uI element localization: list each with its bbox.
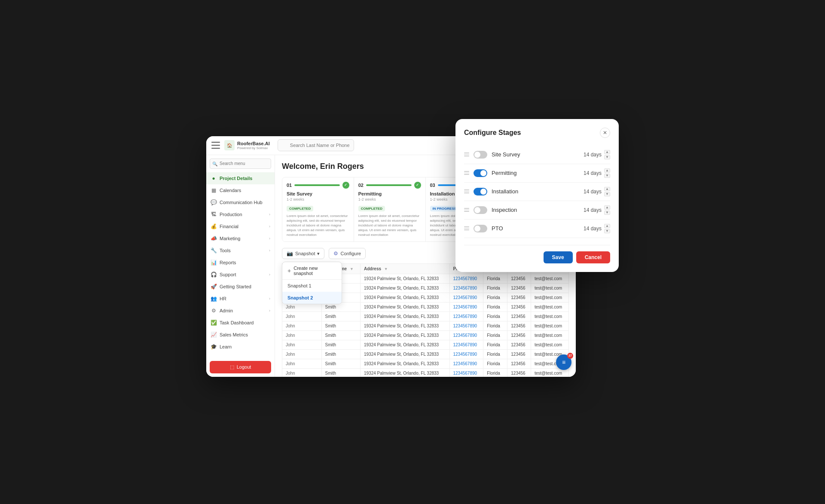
hamburger-icon[interactable] — [211, 142, 220, 149]
drag-handle-installation[interactable] — [464, 189, 469, 193]
drag-handle-site-survey[interactable] — [464, 153, 469, 156]
sidebar-item-reports[interactable]: 📊 Reports — [206, 257, 275, 269]
configure-button[interactable]: ⚙ Configure — [329, 248, 366, 259]
cell-last: Smith — [321, 359, 360, 369]
cell-phone: 1234567890 — [449, 369, 483, 377]
sidebar-item-financial[interactable]: 💰 Financial › — [206, 220, 275, 232]
stage-num-2: 02 — [358, 183, 364, 188]
days-up-permitting[interactable]: ▲ — [604, 168, 610, 173]
sidebar-item-production[interactable]: 🏗 Production › — [206, 208, 275, 220]
days-down-installation[interactable]: ▼ — [604, 192, 610, 196]
phone-link[interactable]: 1234567890 — [453, 333, 477, 338]
sidebar-item-communication-hub[interactable]: 💬 Communication Hub — [206, 196, 275, 208]
sales-metrics-icon: 📈 — [211, 332, 217, 338]
phone-link[interactable]: 1234567890 — [453, 324, 477, 328]
sidebar-item-learn[interactable]: 🎓 Learn — [206, 341, 275, 353]
snapshot-2-item[interactable]: Snapshot 2 — [282, 292, 342, 304]
cell-zip: 123456 — [507, 350, 531, 359]
cell-city: Florida — [483, 350, 507, 359]
cell-zip: 123456 — [507, 359, 531, 369]
financial-icon: 💰 — [211, 223, 217, 229]
sidebar-item-task-dashboard[interactable]: ✅ Task Dashboard — [206, 317, 275, 329]
sidebar-label-production: Production — [220, 212, 242, 217]
last-name-filter[interactable]: ▼ — [350, 267, 354, 271]
phone-link[interactable]: 1234567890 — [453, 314, 477, 319]
sidebar-item-project-details[interactable]: ● Project Details — [206, 172, 275, 184]
snapshot-1-label: Snapshot 1 — [287, 283, 312, 288]
getting-started-icon: 🚀 — [211, 284, 217, 290]
drag-handle-inspection[interactable] — [464, 208, 469, 212]
phone-link[interactable]: 1234567890 — [453, 295, 477, 300]
address-filter[interactable]: ▼ — [384, 267, 388, 271]
phone-link[interactable]: 1234567890 — [453, 286, 477, 290]
cell-email: test@test.com — [531, 293, 568, 302]
days-up-inspection[interactable]: ▲ — [604, 205, 610, 210]
communication-hub-icon: 💬 — [211, 199, 217, 205]
logout-label: Logout — [237, 364, 251, 370]
logout-button[interactable]: ⬚ Logout — [210, 361, 271, 373]
project-details-icon: ● — [211, 175, 217, 181]
toggle-inspection[interactable] — [474, 206, 487, 214]
table-row: John Smith 19324 Palmview St, Orlando, F… — [282, 331, 569, 340]
stage-badge-2: COMPLETED — [358, 206, 385, 211]
days-control-site-survey: 14 days ▲ ▼ — [584, 150, 610, 159]
sidebar-item-marketing[interactable]: 📣 Marketing › — [206, 232, 275, 244]
snapshot-button[interactable]: 📷 Snapshot ▾ — [282, 248, 324, 259]
modal-close-button[interactable]: ✕ — [600, 128, 610, 138]
phone-link[interactable]: 1234567890 — [453, 361, 477, 366]
phone-link[interactable]: 1234567890 — [453, 276, 477, 281]
sidebar-item-calendars[interactable]: ▦ Calendars — [206, 184, 275, 196]
drag-handle-pto[interactable] — [464, 226, 469, 230]
cell-city: Florida — [483, 293, 507, 302]
days-up-site-survey[interactable]: ▲ — [604, 150, 610, 154]
toggle-permitting[interactable] — [474, 169, 487, 177]
sidebar-item-support[interactable]: 🎧 Support › — [206, 269, 275, 281]
snapshot-icon: 📷 — [287, 250, 293, 257]
toggle-site-survey[interactable] — [474, 151, 487, 159]
sidebar-search-input[interactable] — [210, 159, 271, 169]
cell-city: Florida — [483, 312, 507, 321]
days-down-permitting[interactable]: ▼ — [604, 174, 610, 178]
tools-icon: 🔧 — [211, 247, 217, 254]
hr-chevron: › — [269, 296, 270, 301]
sidebar-item-tools[interactable]: 🔧 Tools › — [206, 244, 275, 257]
stage-config-permitting: Permitting 14 days ▲ ▼ — [464, 164, 610, 183]
hr-icon: 👥 — [211, 296, 217, 302]
phone-link[interactable]: 1234567890 — [453, 352, 477, 357]
snapshot-1-item[interactable]: Snapshot 1 — [282, 280, 342, 292]
phone-link[interactable]: 1234567890 — [453, 342, 477, 347]
search-input[interactable] — [278, 139, 354, 151]
days-value-pto: 14 days — [584, 226, 602, 232]
days-down-inspection[interactable]: ▼ — [604, 211, 610, 215]
modal-title: Configure Stages — [464, 129, 521, 137]
days-up-pto[interactable]: ▲ — [604, 224, 610, 228]
modal-save-button[interactable]: Save — [544, 251, 573, 263]
cell-phone: 1234567890 — [449, 350, 483, 359]
sidebar-item-getting-started[interactable]: 🚀 Getting Started — [206, 281, 275, 293]
sidebar-item-admin[interactable]: ⚙ Admin › — [206, 305, 275, 317]
cell-first: John — [282, 331, 322, 340]
phone-link[interactable]: 1234567890 — [453, 305, 477, 309]
admin-icon: ⚙ — [211, 308, 217, 314]
sidebar-bottom: ⬚ Logout — [206, 357, 275, 377]
modal-cancel-button[interactable]: Cancel — [576, 251, 610, 263]
stage-text-2: Lorem ipsum dolor sit amet, consectetur … — [358, 214, 421, 238]
cell-address: 19324 Palmview St, Orlando, FL 32833 — [360, 369, 449, 377]
drag-handle-permitting[interactable] — [464, 171, 469, 175]
cell-phone: 1234567890 — [449, 359, 483, 369]
create-new-snapshot[interactable]: + Create new snapshot — [282, 262, 342, 280]
modal-footer: Save Cancel — [464, 245, 610, 263]
sidebar-item-hr[interactable]: 👥 HR › — [206, 293, 275, 305]
days-value-site-survey: 14 days — [584, 152, 602, 158]
chat-fab[interactable]: ≡ 37 — [556, 354, 571, 370]
phone-link[interactable]: 1234567890 — [453, 371, 477, 376]
days-down-pto[interactable]: ▼ — [604, 229, 610, 233]
stage-config-installation: Installation 14 days ▲ ▼ — [464, 183, 610, 201]
toggle-installation[interactable] — [474, 188, 487, 195]
toggle-pto[interactable] — [474, 225, 487, 232]
stage-header-1: 01 ✓ — [287, 182, 349, 189]
sidebar-item-sales-metrics[interactable]: 📈 Sales Metrics — [206, 329, 275, 341]
days-down-site-survey[interactable]: ▼ — [604, 155, 610, 159]
days-up-installation[interactable]: ▲ — [604, 187, 610, 191]
cell-city: Florida — [483, 274, 507, 284]
